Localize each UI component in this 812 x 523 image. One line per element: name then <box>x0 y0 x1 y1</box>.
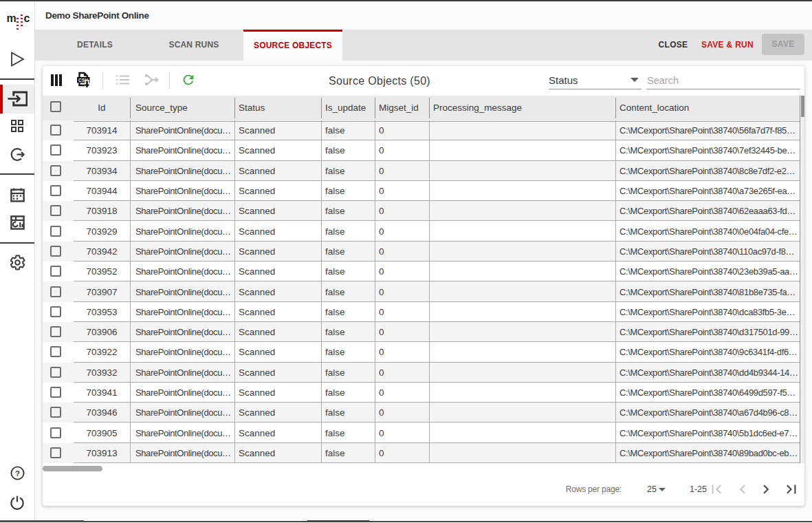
svg-text:?: ? <box>14 469 19 477</box>
